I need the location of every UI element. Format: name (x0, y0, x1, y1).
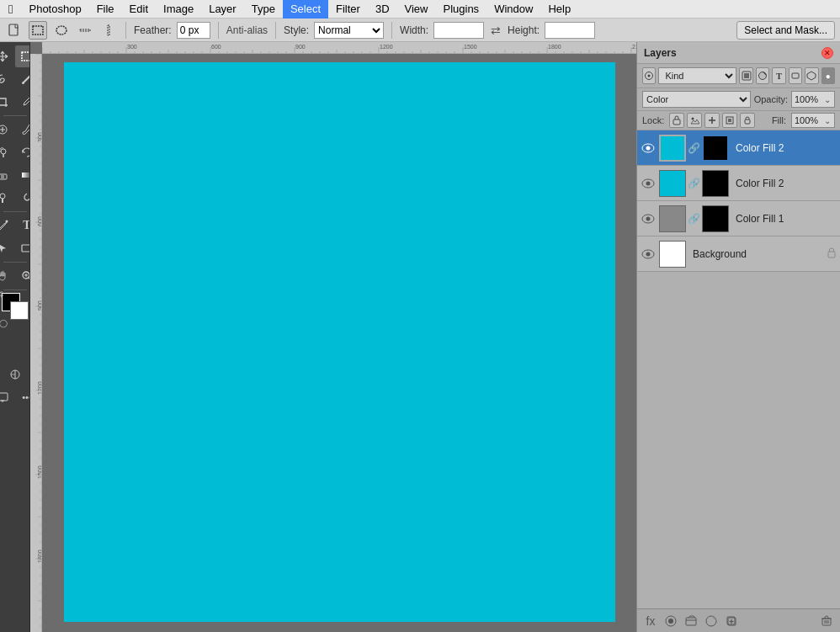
filter-kind-select[interactable]: Kind Name Effect Mode Attribute Color Sm… (658, 67, 736, 84)
layer-visibility-toggle[interactable] (641, 211, 656, 226)
clone-tool[interactable] (0, 141, 14, 163)
width-label: Width: (400, 24, 428, 36)
marquee-tool[interactable] (15, 45, 30, 67)
fill-stepper[interactable]: ⌄ (824, 116, 832, 125)
lock-image-icon[interactable] (687, 113, 702, 128)
eyedropper-tool[interactable] (15, 91, 30, 113)
svg-rect-0 (9, 24, 18, 35)
layer-visibility-toggle[interactable] (641, 141, 656, 156)
layer-visibility-toggle[interactable] (641, 176, 656, 191)
menu-layer[interactable]: Layer (201, 0, 244, 19)
layer-color-thumb (659, 135, 686, 162)
canvas-scroll[interactable] (42, 54, 636, 632)
opacity-input[interactable] (792, 92, 824, 107)
gradient-tool[interactable] (15, 164, 30, 186)
menu-select[interactable]: Select (283, 0, 328, 19)
feather-input[interactable] (177, 22, 210, 39)
svg-text:1200: 1200 (380, 44, 393, 50)
screen-mode-icon[interactable] (0, 386, 14, 408)
new-group-icon[interactable] (683, 613, 699, 629)
layer-color-thumb (659, 205, 686, 232)
svg-point-189 (692, 118, 694, 120)
layer-item[interactable]: 🔗 Color Fill 2 (637, 130, 840, 166)
elliptical-marquee-icon[interactable] (52, 21, 71, 40)
menu-edit[interactable]: Edit (122, 0, 156, 19)
menu-help[interactable]: Help (540, 0, 578, 19)
dodge-tool[interactable] (0, 187, 14, 209)
svg-point-183 (648, 75, 651, 77)
blur-tool[interactable] (15, 187, 30, 209)
new-document-icon[interactable] (5, 21, 24, 40)
menu-3d[interactable]: 3D (368, 0, 397, 19)
style-select[interactable]: Normal Fixed Ratio Fixed Size (314, 22, 384, 39)
menu-view[interactable]: View (397, 0, 436, 19)
rectangular-marquee-icon[interactable] (29, 21, 47, 40)
lock-all-icon[interactable] (740, 113, 755, 128)
filter-pixel-icon[interactable] (739, 67, 752, 84)
layer-name: Color Fill 1 (732, 213, 837, 225)
layer-visibility-toggle[interactable] (641, 247, 656, 262)
delete-layer-icon[interactable] (818, 613, 835, 629)
lock-position-icon[interactable] (704, 113, 720, 128)
add-layer-style-icon[interactable]: fx (642, 613, 659, 629)
filter-shape-icon[interactable] (789, 67, 802, 84)
crop-tool[interactable] (0, 91, 14, 113)
layers-list: 🔗 Color Fill 2 🔗 Color Fill 2 (637, 130, 840, 369)
menu-filter[interactable]: Filter (328, 0, 368, 19)
svg-rect-14 (22, 173, 30, 178)
heal-tool[interactable] (0, 119, 14, 141)
type-tool[interactable]: T (15, 215, 30, 236)
fill-input[interactable] (792, 114, 824, 127)
history-brush-tool[interactable] (15, 141, 30, 163)
blend-mode-select[interactable]: Color Normal Dissolve Multiply Screen Ov… (642, 91, 751, 108)
width-input[interactable] (433, 22, 484, 39)
filter-kind-icon[interactable] (642, 67, 656, 84)
swap-dimensions-icon[interactable]: ⇄ (489, 24, 502, 37)
svg-rect-4 (108, 25, 109, 35)
single-column-marquee-icon[interactable] (99, 21, 118, 40)
layer-item[interactable]: Background (637, 236, 840, 272)
path-select-tool[interactable] (0, 237, 14, 259)
quick-mask-icon[interactable] (3, 364, 27, 385)
single-row-marquee-icon[interactable] (76, 21, 94, 40)
lasso-tool[interactable] (0, 68, 14, 90)
hand-tool[interactable] (0, 265, 14, 287)
layer-item[interactable]: 🔗 Color Fill 1 (637, 201, 840, 236)
brush-tool[interactable] (15, 119, 30, 141)
background-color-swatch[interactable] (10, 301, 29, 320)
panel-close-button[interactable]: ✕ (821, 47, 833, 59)
shape-tool[interactable] (15, 237, 30, 259)
options-bar: Feather: Anti-alias Style: Normal Fixed … (0, 19, 840, 42)
layers-panel-header: Layers ✕ (637, 42, 840, 64)
filter-adjustment-icon[interactable] (756, 67, 769, 84)
menu-window[interactable]: Window (486, 0, 540, 19)
layers-panel-title: Layers (644, 47, 677, 59)
more-tools-icon[interactable]: ••• (15, 386, 30, 408)
menu-file[interactable]: File (89, 0, 122, 19)
menu-photoshop[interactable]: Photoshop (21, 0, 88, 19)
new-adjustment-icon[interactable] (703, 613, 720, 629)
lock-transparent-icon[interactable] (669, 113, 684, 128)
filter-type-icon[interactable]: T (772, 67, 785, 84)
new-layer-icon[interactable] (723, 613, 740, 629)
svg-text:300: 300 (127, 44, 137, 50)
pen-tool[interactable] (0, 215, 14, 236)
opacity-stepper[interactable]: ⌄ (824, 95, 832, 104)
zoom-tool[interactable] (15, 265, 30, 287)
lock-artboard-icon[interactable] (722, 113, 737, 128)
add-mask-icon[interactable] (662, 613, 679, 629)
magic-wand-tool[interactable] (15, 68, 30, 90)
height-input[interactable] (545, 22, 595, 39)
move-tool[interactable] (0, 45, 14, 67)
layer-item[interactable]: 🔗 Color Fill 2 (637, 166, 840, 201)
menu-plugins[interactable]: Plugins (435, 0, 486, 19)
apple-menu[interactable]:  (0, 2, 21, 16)
filter-active-icon[interactable]: ● (821, 67, 835, 84)
menu-image[interactable]: Image (156, 0, 201, 19)
reset-colors-icon[interactable]: ◯ (0, 319, 8, 327)
filter-smart-icon[interactable] (805, 67, 818, 84)
menu-type[interactable]: Type (244, 0, 283, 19)
swap-colors-icon[interactable]: ⇅ (0, 290, 4, 299)
select-and-mask-button[interactable]: Select and Mask... (736, 21, 835, 40)
eraser-tool[interactable] (0, 164, 14, 186)
